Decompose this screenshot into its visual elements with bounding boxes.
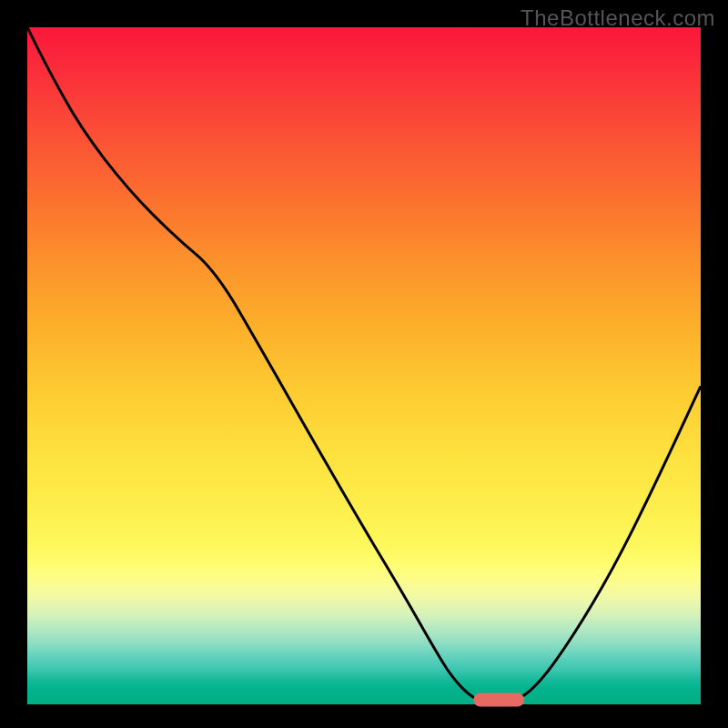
optimal-marker (473, 693, 524, 707)
plot-area (27, 27, 701, 704)
bottleneck-curve (27, 27, 701, 704)
watermark-text: TheBottleneck.com (521, 5, 715, 31)
curve-layer (27, 27, 701, 704)
chart-frame: TheBottleneck.com (0, 0, 728, 728)
